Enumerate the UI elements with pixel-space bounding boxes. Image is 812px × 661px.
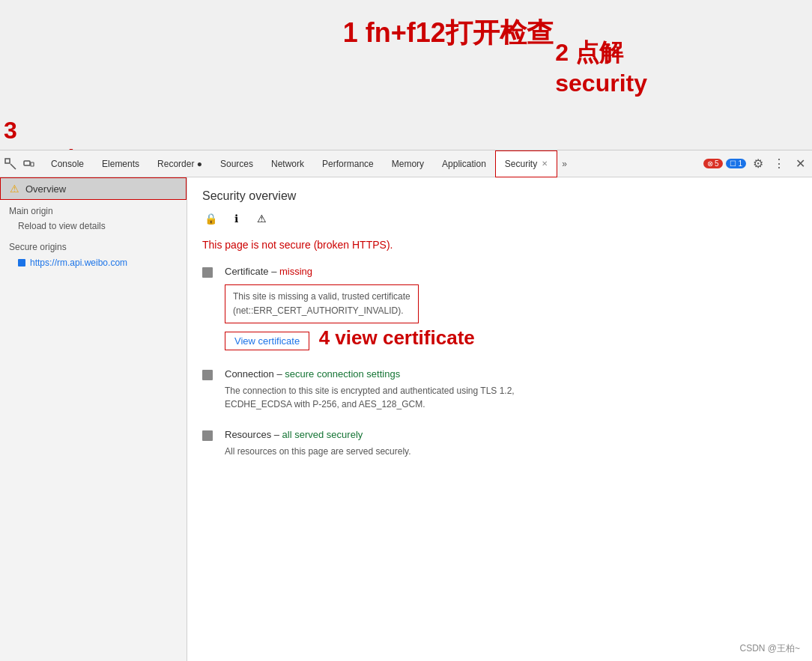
tab-console[interactable]: Console	[42, 150, 93, 177]
resources-link[interactable]: all served securely	[282, 429, 363, 440]
cert-desc-line1: This site is missing a valid, trusted ce…	[233, 290, 410, 304]
resources-section: Resources – all served securely All reso…	[202, 429, 797, 458]
origin-icon	[18, 259, 25, 266]
tab-memory[interactable]: Memory	[383, 150, 433, 177]
csdn-watermark: CSDN @王柏~	[739, 642, 800, 655]
tab-recorder[interactable]: Recorder ●	[148, 150, 211, 177]
certificate-error-box: This site is missing a valid, trusted ce…	[225, 284, 419, 323]
overview-warning-icon: ⚠	[10, 183, 19, 195]
view-certificate-button[interactable]: View certificate	[225, 332, 309, 350]
certificate-content: Certificate – missing This site is missi…	[225, 266, 797, 350]
security-overview-title: Security overview	[202, 189, 797, 203]
tab-application[interactable]: Application	[433, 150, 495, 177]
device-toggle-icon[interactable]	[21, 156, 36, 171]
connection-heading: Connection – secure connection settings	[225, 368, 797, 380]
step4-annotation: 4 view certificate	[319, 326, 475, 350]
certificate-icon	[202, 267, 213, 278]
close-devtools-icon[interactable]: ✕	[791, 155, 809, 173]
certificate-heading: Certificate – missing	[225, 266, 797, 277]
settings-icon[interactable]: ⚙	[749, 155, 767, 173]
resources-description: All resources on this page are served se…	[225, 445, 797, 458]
certificate-section: Certificate – missing This site is missi…	[202, 266, 797, 350]
secure-origins-title: Secure origins	[9, 242, 178, 252]
toolbar-right: ⊗ 5 ☐ 1 ⚙ ⋮ ✕	[703, 155, 809, 173]
certificate-status-link[interactable]: missing	[279, 266, 312, 277]
connection-settings-link[interactable]: secure connection settings	[285, 368, 400, 380]
connection-section: Connection – secure connection settings …	[202, 368, 797, 411]
main-origin-section: Main origin Reload to view details	[0, 200, 187, 236]
more-tabs-button[interactable]: »	[557, 156, 572, 172]
security-main-panel: Security overview 🔒 ℹ ⚠ This page is not…	[187, 177, 812, 661]
lock-icon: 🔒	[202, 210, 219, 227]
svg-rect-2	[31, 162, 34, 166]
svg-rect-1	[24, 161, 30, 165]
resources-heading: Resources – all served securely	[225, 429, 797, 440]
secure-origins-section: Secure origins https://rm.api.weibo.com	[0, 236, 187, 273]
inspect-icon[interactable]	[3, 156, 18, 171]
toolbar-icons	[3, 156, 36, 171]
info-icon: ℹ	[228, 210, 244, 227]
tab-network[interactable]: Network	[262, 150, 313, 177]
reload-to-view[interactable]: Reload to view details	[9, 219, 178, 233]
connection-icon	[202, 370, 213, 380]
resources-content: Resources – all served securely All reso…	[225, 429, 797, 458]
step1-annotation: 1 fn+f12打开检查	[343, 17, 554, 48]
devtools-body: ⚠ Overview Main origin Reload to view de…	[0, 177, 812, 661]
more-options-icon[interactable]: ⋮	[770, 155, 788, 173]
connection-content: Connection – secure connection settings …	[225, 368, 797, 411]
tab-performance[interactable]: Performance	[313, 150, 383, 177]
step2-annotation: 2 点解security	[555, 37, 647, 97]
cert-desc-line2: (net::ERR_CERT_AUTHORITY_INVALID).	[233, 304, 410, 318]
svg-rect-0	[5, 159, 10, 163]
tab-elements[interactable]: Elements	[93, 150, 148, 177]
devtools-toolbar: Console Elements Recorder ● Sources Netw…	[0, 150, 812, 177]
message-badge[interactable]: ☐ 1	[726, 159, 746, 168]
not-secure-message: This page is not secure (broken HTTPS).	[202, 239, 797, 251]
warning-icon: ⚠	[253, 210, 270, 227]
security-icons: 🔒 ℹ ⚠	[202, 210, 797, 227]
devtools-tabs: Console Elements Recorder ● Sources Netw…	[42, 150, 703, 177]
error-badge[interactable]: ⊗ 5	[703, 159, 723, 168]
resources-icon	[202, 430, 213, 441]
overview-label: Overview	[25, 183, 66, 195]
tab-sources[interactable]: Sources	[211, 150, 262, 177]
overview-item[interactable]: ⚠ Overview	[0, 177, 187, 200]
tab-security-close[interactable]: ✕	[542, 159, 548, 168]
main-origin-title: Main origin	[9, 206, 178, 216]
tab-security[interactable]: Security ✕	[495, 150, 557, 177]
security-sidebar: ⚠ Overview Main origin Reload to view de…	[0, 177, 187, 661]
origin-url[interactable]: https://rm.api.weibo.com	[30, 258, 127, 268]
origin-item[interactable]: https://rm.api.weibo.com	[9, 255, 178, 270]
connection-description: The connection to this site is encrypted…	[225, 384, 797, 411]
devtools-window: Console Elements Recorder ● Sources Netw…	[0, 150, 812, 661]
